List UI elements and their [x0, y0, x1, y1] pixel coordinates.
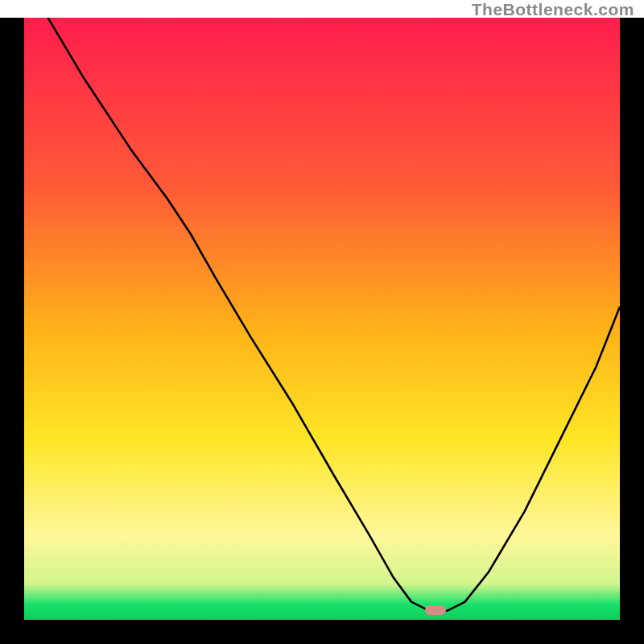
chart-frame: [0, 18, 644, 644]
chart-container: TheBottleneck.com: [0, 0, 644, 644]
bottleneck-curve: [48, 18, 620, 611]
curve-layer: [24, 18, 620, 620]
minimum-marker: [425, 605, 446, 615]
watermark-text: TheBottleneck.com: [472, 0, 634, 19]
plot-area: [24, 18, 620, 620]
